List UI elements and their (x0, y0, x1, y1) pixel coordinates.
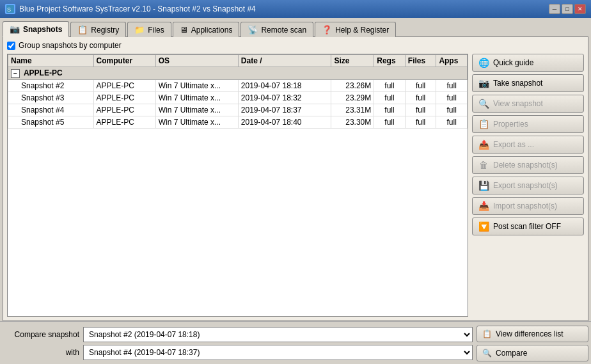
registry-tab-icon: 📋 (77, 25, 88, 35)
compare-button[interactable]: 🔍 Compare (477, 345, 588, 361)
quick-guide-icon: 🌐 (478, 58, 489, 68)
export-snapshots-label: Export snapshot(s) (493, 181, 558, 190)
export-snapshots-button[interactable]: 💾 Export snapshot(s) (472, 177, 584, 194)
snapshot-apps: full (436, 104, 468, 116)
table-row[interactable]: Snapshot #3 APPLE-PC Win 7 Ultimate x...… (8, 92, 468, 104)
expand-icon[interactable]: − (11, 69, 20, 78)
applications-tab-label: Applications (191, 26, 233, 35)
snapshot-date: 2019-04-07 18:37 (238, 104, 331, 116)
main-split: Name Computer OS Date / Size Regs Files … (7, 54, 584, 317)
compare-icon: 🔍 (482, 349, 492, 358)
table-row[interactable]: Snapshot #5 APPLE-PC Win 7 Ultimate x...… (8, 116, 468, 129)
snapshot-regs: full (374, 116, 406, 129)
snapshot-computer: APPLE-PC (93, 104, 155, 116)
compare-snapshot-label: Compare snapshot (3, 330, 79, 339)
delete-snapshots-label: Delete snapshot(s) (493, 161, 558, 170)
take-snapshot-button[interactable]: 📷 Take snapshot (472, 74, 584, 92)
table-row[interactable]: Snapshot #4 APPLE-PC Win 7 Ultimate x...… (8, 104, 468, 116)
tab-remote-scan[interactable]: 📡 Remote scan (240, 22, 313, 37)
col-computer[interactable]: Computer (93, 55, 155, 67)
with-row: with Snapshot #2 (2019-04-07 18:18) Snap… (3, 345, 473, 360)
window-controls: ─ □ ✕ (549, 4, 586, 14)
files-tab-icon: 📁 (134, 25, 145, 35)
table-group-row[interactable]: − APPLE-PC (8, 67, 468, 80)
export-as-label: Export as ... (493, 140, 534, 149)
view-snapshot-button[interactable]: 🔍 View snapshot (472, 95, 584, 113)
snapshot-os: Win 7 Ultimate x... (155, 116, 238, 129)
properties-button[interactable]: 📋 Properties (472, 115, 584, 133)
compare-snapshot-select[interactable]: Snapshot #2 (2019-04-07 18:18) Snapshot … (83, 327, 473, 342)
snapshots-tab-label: Snapshots (23, 25, 62, 34)
applications-tab-icon: 🖥 (180, 25, 188, 35)
svg-text:S: S (7, 6, 11, 13)
view-snapshot-icon: 🔍 (478, 99, 489, 109)
right-panel: 🌐 Quick guide 📷 Take snapshot 🔍 View sna… (472, 54, 584, 317)
snapshots-table: Name Computer OS Date / Size Regs Files … (7, 54, 468, 317)
snapshot-computer: APPLE-PC (93, 116, 155, 129)
view-differences-button[interactable]: 📋 View differences list (477, 326, 588, 342)
take-snapshot-label: Take snapshot (493, 79, 542, 88)
snapshot-os: Win 7 Ultimate x... (155, 104, 238, 116)
compare-section: Compare snapshot Snapshot #2 (2019-04-07… (3, 327, 473, 360)
post-scan-filter-icon: 🔽 (478, 221, 489, 232)
snapshot-computer: APPLE-PC (93, 80, 155, 92)
col-size[interactable]: Size (331, 55, 374, 67)
tab-applications[interactable]: 🖥 Applications (173, 22, 240, 37)
snapshot-date: 2019-04-07 18:40 (238, 116, 331, 129)
compare-row: Compare snapshot Snapshot #2 (2019-04-07… (3, 327, 473, 342)
snapshot-apps: full (436, 80, 468, 92)
view-differences-label: View differences list (496, 329, 563, 338)
table-row[interactable]: Snapshot #2 APPLE-PC Win 7 Ultimate x...… (8, 80, 468, 92)
with-snapshot-select[interactable]: Snapshot #2 (2019-04-07 18:18) Snapshot … (83, 345, 473, 360)
table-scroll[interactable]: Name Computer OS Date / Size Regs Files … (8, 54, 468, 316)
minimize-button[interactable]: ─ (549, 4, 560, 14)
snapshot-size: 23.29M (331, 92, 374, 104)
snapshot-apps: full (436, 92, 468, 104)
properties-icon: 📋 (478, 119, 489, 129)
col-apps[interactable]: Apps (436, 55, 468, 67)
table-header: Name Computer OS Date / Size Regs Files … (8, 55, 468, 67)
tab-bar: 📷 Snapshots 📋 Registry 📁 Files 🖥 Applica… (0, 18, 591, 36)
snapshot-files: full (405, 116, 436, 129)
maximize-button[interactable]: □ (562, 4, 573, 14)
import-snapshots-icon: 📥 (478, 201, 489, 211)
quick-guide-button[interactable]: 🌐 Quick guide (472, 54, 584, 72)
help-tab-label: Help & Register (335, 26, 389, 35)
snapshot-files: full (405, 80, 436, 92)
col-date[interactable]: Date / (238, 55, 331, 67)
tab-files[interactable]: 📁 Files (127, 22, 171, 37)
col-os[interactable]: OS (155, 55, 238, 67)
group-checkbox[interactable] (7, 42, 15, 50)
take-snapshot-icon: 📷 (478, 78, 489, 88)
main-container: 📷 Snapshots 📋 Registry 📁 Files 🖥 Applica… (0, 18, 591, 364)
snapshot-apps: full (436, 116, 468, 129)
import-snapshots-button[interactable]: 📥 Import snapshot(s) (472, 197, 584, 215)
export-as-button[interactable]: 📤 Export as ... (472, 136, 584, 154)
tab-snapshots[interactable]: 📷 Snapshots (3, 21, 69, 37)
files-tab-label: Files (148, 26, 164, 35)
title-bar: S Blue Project Software SysTracer v2.10 … (0, 0, 591, 18)
snapshot-size: 23.26M (331, 80, 374, 92)
snapshot-name: Snapshot #3 (8, 92, 94, 104)
col-files[interactable]: Files (405, 55, 436, 67)
tab-registry[interactable]: 📋 Registry (70, 22, 126, 37)
snapshot-name: Snapshot #4 (8, 104, 94, 116)
col-regs[interactable]: Regs (374, 55, 406, 67)
app-icon: S (5, 4, 15, 14)
snapshot-size: 23.30M (331, 116, 374, 129)
post-scan-filter-label: Post scan filter OFF (493, 222, 561, 231)
content-area: Group snapshots by computer Name Compute… (3, 36, 588, 321)
tab-help[interactable]: ❓ Help & Register (315, 22, 396, 37)
snapshot-date: 2019-04-07 18:32 (238, 92, 331, 104)
registry-tab-label: Registry (91, 26, 119, 35)
snapshots-tab-icon: 📷 (10, 24, 20, 34)
col-name[interactable]: Name (8, 55, 94, 67)
snapshot-regs: full (374, 104, 406, 116)
snapshot-regs: full (374, 80, 406, 92)
remote-scan-tab-label: Remote scan (261, 26, 306, 35)
group-checkbox-label[interactable]: Group snapshots by computer (19, 41, 122, 50)
snapshot-os: Win 7 Ultimate x... (155, 92, 238, 104)
delete-snapshots-button[interactable]: 🗑 Delete snapshot(s) (472, 156, 584, 174)
close-button[interactable]: ✕ (574, 4, 586, 14)
post-scan-filter-button[interactable]: 🔽 Post scan filter OFF (472, 218, 584, 235)
